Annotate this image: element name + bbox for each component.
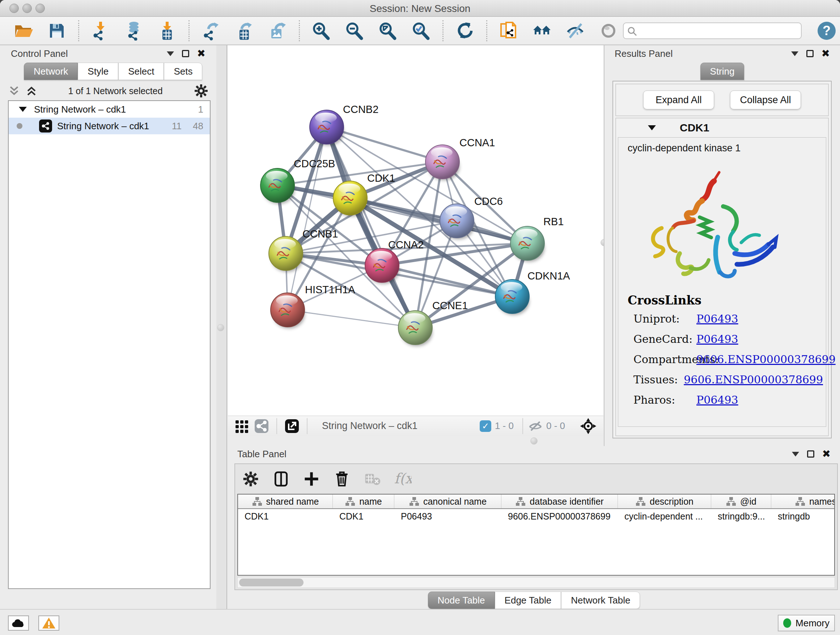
float-panel-icon[interactable] bbox=[806, 50, 813, 57]
import-table-button[interactable] bbox=[156, 20, 178, 41]
function-button[interactable]: f(x) bbox=[392, 469, 413, 489]
tab-network[interactable]: Network bbox=[24, 63, 78, 80]
network-node-CCNA1[interactable]: CCNA1 bbox=[425, 137, 495, 180]
table-cell[interactable]: stringdb:9... bbox=[711, 509, 771, 524]
close-panel-icon[interactable]: ✖ bbox=[822, 450, 831, 458]
crosslink-link[interactable]: 9606.ENSP00000378699 bbox=[696, 353, 836, 366]
save-button[interactable] bbox=[46, 20, 67, 41]
panel-menu-icon[interactable] bbox=[791, 51, 798, 56]
network-options-gear-icon[interactable] bbox=[193, 83, 209, 99]
network-node-CDKN1A[interactable]: CDKN1A bbox=[495, 270, 570, 315]
tab-edge-table[interactable]: Edge Table bbox=[495, 592, 561, 609]
cloud-status-button[interactable] bbox=[8, 616, 29, 631]
open-in-new-window-button[interactable] bbox=[282, 418, 302, 434]
export-table-button[interactable] bbox=[234, 20, 255, 41]
crosslink-link[interactable]: 9606.ENSP00000378699 bbox=[684, 373, 823, 386]
cdk1-section-header[interactable]: CDK1 bbox=[616, 119, 828, 137]
hidden-eye-icon[interactable] bbox=[528, 419, 543, 433]
collapse-section-icon[interactable] bbox=[648, 125, 656, 130]
expand-all-tree-icon[interactable] bbox=[8, 85, 20, 97]
float-panel-icon[interactable] bbox=[807, 450, 814, 458]
open-button[interactable] bbox=[13, 20, 34, 41]
import-network-button[interactable] bbox=[90, 20, 111, 41]
tab-style[interactable]: Style bbox=[78, 63, 118, 80]
columns-button[interactable] bbox=[271, 469, 292, 489]
refresh-button[interactable] bbox=[454, 20, 475, 41]
tab-node-table[interactable]: Node Table bbox=[428, 592, 495, 609]
import-database-button[interactable] bbox=[123, 20, 144, 41]
crosslink-link[interactable]: P06493 bbox=[696, 312, 738, 325]
table-cell[interactable]: CDK1 bbox=[333, 509, 394, 524]
divider bbox=[523, 418, 523, 434]
zoom-in-button[interactable] bbox=[311, 20, 332, 41]
network-node-CDC25B[interactable]: CDC25B bbox=[261, 158, 335, 204]
tab-sets[interactable]: Sets bbox=[164, 63, 202, 80]
network-share-view-button[interactable] bbox=[252, 418, 271, 434]
column-header-description[interactable]: description bbox=[618, 494, 711, 508]
add-button[interactable] bbox=[301, 469, 322, 489]
zoom-out-button[interactable] bbox=[344, 20, 365, 41]
table-cell[interactable]: 9606.ENSP00000378699 bbox=[501, 509, 618, 524]
column-header-name[interactable]: name bbox=[333, 494, 394, 508]
table-delete-button[interactable] bbox=[362, 469, 383, 489]
panel-menu-icon[interactable] bbox=[167, 51, 174, 56]
export-network-button[interactable] bbox=[201, 20, 221, 41]
column-header-canonical-name[interactable]: canonical name bbox=[394, 494, 501, 508]
panel-splitter[interactable] bbox=[216, 45, 227, 609]
column-header--id[interactable]: @id bbox=[711, 494, 771, 508]
home-multiple-button[interactable] bbox=[531, 20, 553, 41]
expand-all-button[interactable]: Expand All bbox=[643, 90, 714, 109]
search-input[interactable] bbox=[640, 24, 799, 38]
selected-checkbox-icon[interactable]: ✓ bbox=[480, 420, 491, 432]
column-header-shared-name[interactable]: shared name bbox=[238, 494, 333, 508]
export-image-button[interactable] bbox=[267, 20, 288, 41]
grid-view-button[interactable] bbox=[232, 418, 252, 434]
close-panel-icon[interactable]: ✖ bbox=[197, 50, 205, 57]
tab-network-table[interactable]: Network Table bbox=[561, 592, 640, 609]
memory-button[interactable]: Memory bbox=[778, 615, 835, 631]
edge-CCNB2-CCNA1[interactable] bbox=[327, 127, 442, 162]
float-panel-icon[interactable] bbox=[182, 50, 189, 57]
splitter-grip[interactable] bbox=[217, 324, 224, 331]
gear-button[interactable] bbox=[240, 469, 261, 489]
network-row[interactable]: String Network – cdk1 11 48 bbox=[9, 118, 210, 134]
close-panel-icon[interactable]: ✖ bbox=[821, 50, 830, 57]
zoom-fit-button[interactable] bbox=[377, 20, 398, 41]
hide-eye-button[interactable] bbox=[565, 20, 586, 41]
table-scrollbar-thumb[interactable] bbox=[239, 578, 303, 586]
column-header-database-identifier[interactable]: database identifier bbox=[501, 494, 618, 508]
table-scrollbar[interactable] bbox=[237, 577, 835, 588]
column-header-namespace[interactable]: namespace bbox=[771, 494, 835, 508]
table-row[interactable]: CDK1CDK1P064939606.ENSP00000378699cyclin… bbox=[238, 509, 834, 524]
status-bar: Memory bbox=[0, 609, 840, 635]
tab-string[interactable]: String bbox=[700, 63, 745, 80]
preview-eye-button[interactable] bbox=[598, 20, 619, 41]
tab-select[interactable]: Select bbox=[118, 63, 164, 80]
share-document-button[interactable] bbox=[498, 20, 519, 41]
node-label-CCNB1: CCNB1 bbox=[302, 228, 338, 240]
network-collection-row[interactable]: String Network – cdk1 1 bbox=[9, 101, 210, 118]
crosslink-link[interactable]: P06493 bbox=[696, 394, 738, 406]
crosslink-link[interactable]: P06493 bbox=[696, 333, 738, 345]
zoom-selected-button[interactable] bbox=[411, 20, 431, 41]
panel-menu-icon[interactable] bbox=[792, 452, 799, 456]
trash-button[interactable] bbox=[332, 469, 352, 489]
table-cell[interactable]: CDK1 bbox=[238, 509, 333, 524]
edge-layer[interactable] bbox=[278, 127, 527, 328]
edge-CCNE1-HIST1H1A[interactable] bbox=[287, 310, 415, 328]
warnings-button[interactable] bbox=[38, 616, 59, 631]
network-canvas[interactable]: CCNB2CCNA1CDC25BCDK1CDC6RB1CCNB1CCNA2CDK… bbox=[228, 45, 603, 416]
table-cell[interactable]: cyclin-dependent ... bbox=[618, 509, 711, 524]
birds-eye-view-button[interactable] bbox=[577, 417, 599, 435]
table-cell[interactable]: stringdb bbox=[771, 509, 835, 524]
collapse-arrow-icon[interactable] bbox=[19, 107, 27, 112]
collapse-all-button[interactable]: Collapse All bbox=[730, 90, 801, 109]
network-node-HIST1H1A[interactable]: HIST1H1A bbox=[271, 284, 355, 328]
network-graph[interactable]: CCNB2CCNA1CDC25BCDK1CDC6RB1CCNB1CCNA2CDK… bbox=[228, 45, 603, 416]
help-button[interactable]: ? bbox=[818, 22, 836, 40]
network-row-label: String Network – cdk1 bbox=[57, 120, 149, 132]
collapse-all-tree-icon[interactable] bbox=[25, 85, 38, 97]
network-node-RB1[interactable]: RB1 bbox=[510, 216, 564, 262]
table-cell[interactable]: P06493 bbox=[394, 509, 501, 524]
bottom-splitter-grip[interactable] bbox=[531, 437, 538, 445]
